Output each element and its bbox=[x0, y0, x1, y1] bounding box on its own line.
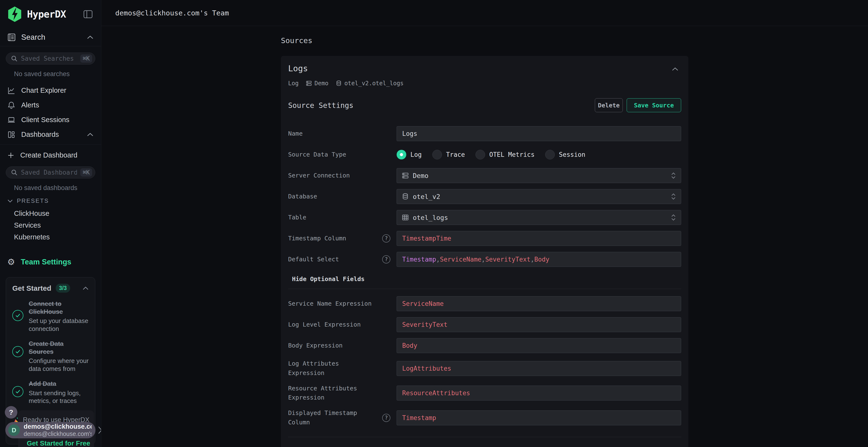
radio-label: Trace bbox=[446, 151, 465, 158]
get-started-item-desc: Configure where your data comes from bbox=[29, 357, 89, 373]
field-label-source-data-type: Source Data Type bbox=[288, 150, 397, 160]
get-started-free-button[interactable]: Get Started for Free bbox=[23, 440, 94, 447]
form-row-server-connection: Server ConnectionDemo bbox=[288, 168, 681, 183]
source-card: Logs Log bbox=[281, 56, 688, 447]
field-label-text: Timestamp Column bbox=[288, 234, 346, 243]
code-token: ResourceAttributes bbox=[402, 389, 470, 397]
field-label-text: Server Connection bbox=[288, 171, 350, 180]
user-menu[interactable]: D demos@clickhouse.com demos@clickhouse.… bbox=[5, 422, 95, 438]
field-label-default-select: Default Select? bbox=[288, 255, 397, 264]
help-button[interactable]: ? bbox=[5, 406, 18, 419]
server-connection-select[interactable]: Demo bbox=[397, 168, 681, 183]
field-label-log-level-expression: Log Level Expression bbox=[288, 320, 397, 330]
timestamp-column-input[interactable]: TimestampTime bbox=[397, 231, 681, 246]
content-scroll[interactable]: Sources Logs Log bbox=[101, 26, 868, 447]
resource-attributes-expression-input[interactable]: ResourceAttributes bbox=[397, 386, 681, 401]
shortcut-kbd: ⌘K bbox=[80, 168, 92, 176]
code-token: LogAttributes bbox=[402, 365, 452, 372]
check-circle-icon bbox=[12, 310, 23, 321]
saved-searches-input[interactable]: Saved Searches ⌘K bbox=[6, 53, 95, 65]
preset-item-services[interactable]: Services bbox=[0, 219, 101, 231]
code-token: Timestamp bbox=[402, 414, 436, 421]
get-started-item[interactable]: Add DataStart sending logs, metrics, or … bbox=[12, 380, 89, 405]
field-control-displayed-timestamp-column: Timestamp bbox=[397, 410, 681, 425]
saved-dashboards-input[interactable]: Saved Dashboards ⌘K bbox=[6, 166, 95, 178]
hide-optional-fields-toggle[interactable]: Hide Optional Fields bbox=[288, 276, 365, 282]
radio-circle-icon bbox=[545, 150, 555, 160]
default-select-input[interactable]: Timestamp,ServiceName,SeverityText,Body bbox=[397, 252, 681, 267]
check-circle-icon bbox=[12, 386, 23, 397]
create-dashboard-button[interactable]: Create Dashboard bbox=[0, 148, 101, 163]
sidebar-item-alerts[interactable]: Alerts bbox=[0, 98, 101, 112]
select-updown-icon bbox=[671, 172, 676, 179]
sidebar-item-dashboards[interactable]: Dashboards bbox=[0, 127, 101, 142]
chevron-up-icon bbox=[87, 35, 94, 39]
collapse-sidebar-icon[interactable] bbox=[82, 8, 94, 20]
field-control-log-level-expression: SeverityText bbox=[397, 317, 681, 332]
field-label-resource-attributes-expression: Resource Attributes Expression bbox=[288, 384, 397, 403]
gear-icon: ⚙ bbox=[7, 258, 15, 266]
database-icon bbox=[336, 80, 342, 87]
source-meta-row: Log Demo bbox=[288, 80, 681, 87]
help-circle-icon[interactable]: ? bbox=[382, 414, 390, 422]
presets-list: ClickHouseServicesKubernetes bbox=[0, 208, 101, 243]
sidebar-item-chart-explorer[interactable]: Chart Explorer bbox=[0, 83, 101, 98]
body-expression-input[interactable]: Body bbox=[397, 338, 681, 353]
field-label-service-name-expression: Service Name Expression bbox=[288, 299, 397, 309]
page-title: Sources bbox=[281, 36, 688, 45]
code-token: ServiceName bbox=[440, 256, 482, 263]
code-token: SeverityText bbox=[402, 321, 447, 328]
save-source-button[interactable]: Save Source bbox=[627, 98, 681, 112]
search-icon bbox=[11, 169, 18, 176]
sidebar-item-team-settings[interactable]: ⚙ Team Settings bbox=[0, 254, 101, 270]
field-label-displayed-timestamp-column: Displayed Timestamp Column? bbox=[288, 409, 397, 427]
presets-label: PRESETS bbox=[17, 198, 49, 204]
preset-item-kubernetes[interactable]: Kubernetes bbox=[0, 231, 101, 243]
displayed-timestamp-column-input[interactable]: Timestamp bbox=[397, 410, 681, 425]
presets-header[interactable]: PRESETS bbox=[7, 198, 101, 204]
logo-row: HyperDX bbox=[0, 0, 101, 28]
nav-item-label: Alerts bbox=[21, 101, 94, 109]
radio-option-session[interactable]: Session bbox=[545, 150, 585, 160]
search-panel-icon bbox=[7, 33, 16, 42]
delete-button[interactable]: Delete bbox=[595, 98, 623, 112]
user-avatar: D bbox=[8, 424, 20, 436]
table-select[interactable]: otel_logs bbox=[397, 210, 681, 225]
source-settings-form: NameLogsSource Data TypeLogTraceOTEL Met… bbox=[288, 126, 681, 447]
log-attributes-expression-input[interactable]: LogAttributes bbox=[397, 361, 681, 376]
bell-icon bbox=[7, 101, 16, 109]
sidebar-item-client-sessions[interactable]: Client Sessions bbox=[0, 112, 101, 127]
service-name-expression-input[interactable]: ServiceName bbox=[397, 296, 681, 311]
field-label-text: Body Expression bbox=[288, 341, 343, 350]
get-started-header[interactable]: Get Started 3/3 bbox=[12, 284, 89, 293]
chevron-right-icon bbox=[97, 426, 101, 435]
form-row-database: Databaseotel_v2 bbox=[288, 189, 681, 204]
get-started-title: Get Started bbox=[12, 284, 51, 293]
radio-option-otel-metrics[interactable]: OTEL Metrics bbox=[475, 150, 534, 160]
help-circle-icon[interactable]: ? bbox=[382, 255, 390, 264]
radio-option-trace[interactable]: Trace bbox=[432, 150, 465, 160]
search-section-header[interactable]: Search bbox=[0, 28, 101, 46]
collapse-card-chevron-up-icon[interactable] bbox=[669, 64, 681, 75]
field-label-text: Log Level Expression bbox=[288, 320, 361, 330]
nav-item-label: Dashboards bbox=[21, 131, 81, 138]
name-input[interactable]: Logs bbox=[397, 126, 681, 141]
field-control-name: Logs bbox=[397, 126, 681, 141]
search-icon bbox=[11, 55, 18, 62]
get-started-item-texts: Create Data SourcesConfigure where your … bbox=[29, 340, 89, 373]
form-row-default-select: Default Select?Timestamp,ServiceName,Sev… bbox=[288, 252, 681, 267]
user-team-subtitle: demos@clickhouse.com's bbox=[24, 431, 92, 437]
help-circle-icon[interactable]: ? bbox=[382, 234, 390, 243]
log-level-expression-input[interactable]: SeverityText bbox=[397, 317, 681, 332]
field-control-server-connection: Demo bbox=[397, 168, 681, 183]
radio-option-log[interactable]: Log bbox=[397, 150, 422, 160]
hyperdx-logo-icon bbox=[7, 6, 22, 22]
field-label-body-expression: Body Expression bbox=[288, 341, 397, 350]
field-label-name: Name bbox=[288, 129, 397, 138]
get-started-item[interactable]: Connect to ClickHouseSet up your databas… bbox=[12, 300, 89, 333]
preset-item-clickhouse[interactable]: ClickHouse bbox=[0, 208, 101, 219]
field-control-timestamp-column: TimestampTime bbox=[397, 231, 681, 246]
database-select[interactable]: otel_v2 bbox=[397, 189, 681, 204]
user-email: demos@clickhouse.com bbox=[24, 423, 92, 431]
get-started-item[interactable]: Create Data SourcesConfigure where your … bbox=[12, 340, 89, 373]
